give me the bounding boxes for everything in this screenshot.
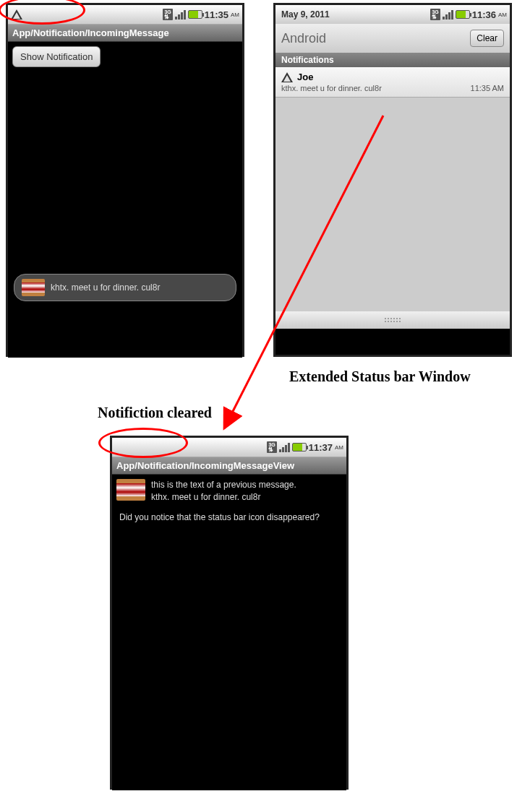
- toast-text: khtx. meet u for dinner. cul8r: [51, 282, 160, 293]
- notification-sender: Joe: [297, 72, 313, 82]
- notification-handle[interactable]: [275, 311, 510, 329]
- status-bar[interactable]: May 9, 2011 3G⇅ 11:36 AM: [275, 5, 510, 24]
- signal-icon: [279, 442, 290, 452]
- message-row: this is the text of a previous message. …: [112, 475, 346, 508]
- question-text: Did you notice that the status bar icon …: [112, 508, 346, 527]
- clock-ampm: AM: [335, 444, 343, 451]
- notification-panel-header: Android Clear: [275, 24, 510, 53]
- carrier-label: Android: [281, 31, 326, 46]
- caption-right: Extended Status bar Window: [289, 368, 471, 385]
- data-3g-icon: 3G⇅: [430, 9, 440, 20]
- clock-time: 11:36: [472, 9, 496, 20]
- activity-title: App/Notification/IncomingMessageView: [112, 457, 346, 475]
- notification-triangle-icon: [11, 9, 22, 20]
- clock-time: 11:37: [309, 442, 333, 453]
- show-notification-button[interactable]: Show Notification: [12, 46, 101, 67]
- clock-ampm: AM: [231, 12, 239, 18]
- battery-icon: [292, 443, 307, 452]
- data-3g-icon: 3G⇅: [267, 441, 276, 453]
- caption-left: Notifiction cleared: [98, 405, 212, 421]
- status-left-icons: [11, 9, 22, 20]
- phone-screen-2: May 9, 2011 3G⇅ 11:36 AM Android Clear N…: [273, 3, 512, 357]
- clear-button[interactable]: Clear: [470, 30, 504, 47]
- notification-empty-area: [275, 98, 510, 329]
- status-date: May 9, 2011: [278, 9, 330, 20]
- clock-ampm: AM: [498, 12, 507, 18]
- message-text: this is the text of a previous message. …: [151, 479, 296, 504]
- signal-icon: [443, 9, 453, 20]
- battery-icon: [188, 10, 202, 19]
- status-bar: 3G⇅ 11:35 AM: [8, 5, 242, 24]
- data-3g-icon: 3G⇅: [163, 9, 172, 20]
- contact-thumbnail: [22, 279, 45, 296]
- contact-thumbnail: [116, 479, 145, 501]
- toast-popup: khtx. meet u for dinner. cul8r: [14, 274, 236, 301]
- notification-text: kthx. meet u for dinner. cul8r: [281, 84, 382, 92]
- notifications-section-header: Notifications: [275, 53, 510, 67]
- notification-time: 11:35 AM: [471, 84, 504, 92]
- message-line2: kthx. meet u for dinner. cul8r: [151, 492, 260, 502]
- phone-screen-1: 3G⇅ 11:35 AM App/Notification/IncomingMe…: [6, 3, 244, 357]
- battery-icon: [456, 10, 470, 19]
- message-line1: this is the text of a previous message.: [151, 480, 296, 490]
- notification-item[interactable]: Joe kthx. meet u for dinner. cul8r 11:35…: [275, 67, 510, 98]
- status-bar: 3G⇅ 11:37 AM: [112, 438, 346, 457]
- content-area: this is the text of a previous message. …: [112, 475, 346, 790]
- notification-triangle-icon: [281, 72, 293, 82]
- phone-screen-3: 3G⇅ 11:37 AM App/Notification/IncomingMe…: [110, 436, 349, 790]
- activity-title: App/Notification/IncomingMessage: [8, 24, 242, 42]
- clock-time: 11:35: [205, 9, 228, 20]
- content-area: Show Notification khtx. meet u for dinne…: [8, 42, 242, 358]
- signal-icon: [175, 9, 186, 20]
